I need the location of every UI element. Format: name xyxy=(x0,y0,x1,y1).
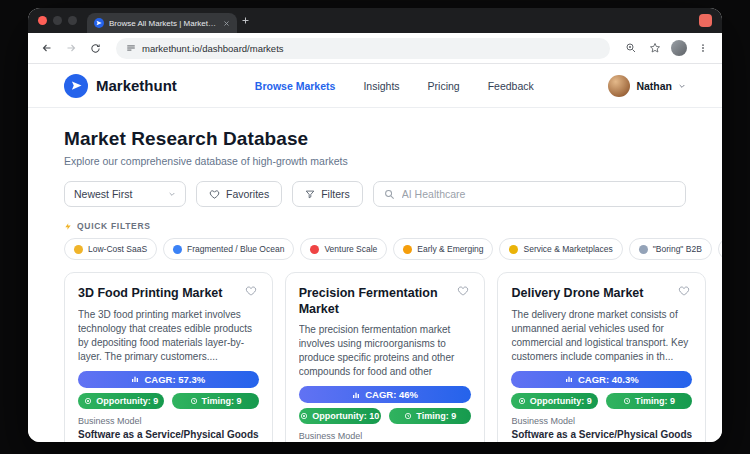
quick-filter-chips: Low-Cost SaaS Fragmented / Blue Ocean Ve… xyxy=(64,238,722,260)
forward-button[interactable] xyxy=(60,37,82,59)
quick-filter-low-cost-saas[interactable]: Low-Cost SaaS xyxy=(64,238,157,260)
quick-filters-heading: QUICK FILTERS xyxy=(64,221,686,231)
browser-window: Browse All Markets | Marketh... markethu… xyxy=(28,8,722,442)
market-card-precision-fermentation[interactable]: Precision Fermentation Market The precis… xyxy=(285,272,486,442)
site-settings-icon[interactable] xyxy=(126,43,136,53)
bookmark-star-icon[interactable] xyxy=(644,37,666,59)
nav-feedback[interactable]: Feedback xyxy=(488,80,534,92)
chevron-down-icon xyxy=(678,82,686,90)
browser-menu-icon[interactable] xyxy=(692,37,714,59)
market-card-description: The precision fermentation market involv… xyxy=(299,323,472,379)
nav-insights[interactable]: Insights xyxy=(363,80,399,92)
search-icon xyxy=(384,189,395,200)
address-bar[interactable]: markethunt.io/dashboard/markets xyxy=(116,38,610,59)
cagr-badge: CAGR: 46% xyxy=(299,386,472,403)
browser-extension-icon[interactable] xyxy=(699,14,712,27)
market-card-title: 3D Food Printing Market xyxy=(78,283,222,302)
page-title: Market Research Database xyxy=(64,128,686,150)
handshake-icon xyxy=(509,245,518,254)
chip-label: Early & Emerging xyxy=(417,244,483,254)
cagr-value: CAGR: 46% xyxy=(365,389,418,400)
sort-select[interactable]: Newest First xyxy=(64,181,186,207)
business-model-label: Business Model xyxy=(299,431,472,441)
rocket-icon xyxy=(310,245,319,254)
quick-filter-venture-scale[interactable]: Venture Scale xyxy=(300,238,387,260)
window-close-button[interactable] xyxy=(38,16,47,25)
timing-badge: Timing: 9 xyxy=(172,393,258,409)
business-model-label: Business Model xyxy=(511,416,692,426)
clock-icon xyxy=(623,397,631,405)
nav-pricing[interactable]: Pricing xyxy=(428,80,460,92)
chip-label: Service & Marketplaces xyxy=(523,244,612,254)
money-icon xyxy=(74,245,83,254)
favorite-heart-button[interactable] xyxy=(676,283,692,299)
cagr-value: CAGR: 40.3% xyxy=(578,374,639,385)
browser-tab[interactable]: Browse All Markets | Marketh... xyxy=(87,13,237,33)
timing-value: Timing: 9 xyxy=(416,411,456,421)
favorite-heart-button[interactable] xyxy=(455,283,471,299)
heart-icon xyxy=(209,189,220,200)
user-menu[interactable]: Nathan xyxy=(608,75,686,97)
sleep-icon xyxy=(639,245,648,254)
market-card-delivery-drone[interactable]: Delivery Drone Market The delivery drone… xyxy=(497,272,706,442)
market-card-title: Precision Fermentation Market xyxy=(299,283,456,317)
business-model-label: Business Model xyxy=(78,416,259,426)
filter-funnel-icon xyxy=(305,189,315,199)
opportunity-value: Opportunity: 9 xyxy=(530,396,592,406)
markethunt-logo-icon xyxy=(64,74,88,98)
clock-icon xyxy=(190,397,198,405)
brand[interactable]: Markethunt xyxy=(64,74,177,98)
search-input[interactable] xyxy=(402,188,675,200)
tab-close-icon[interactable] xyxy=(223,20,230,27)
browser-toolbar: markethunt.io/dashboard/markets xyxy=(28,33,722,64)
favorites-label: Favorites xyxy=(226,188,269,200)
window-controls xyxy=(38,8,77,33)
filters-label: Filters xyxy=(321,188,350,200)
site-favicon-icon xyxy=(94,18,104,28)
back-button[interactable] xyxy=(36,37,58,59)
tab-title: Browse All Markets | Marketh... xyxy=(109,19,218,28)
url-text: markethunt.io/dashboard/markets xyxy=(142,43,284,54)
opportunity-badge: Opportunity: 9 xyxy=(78,393,164,409)
cagr-badge: CAGR: 40.3% xyxy=(511,371,692,388)
market-card-description: The 3D food printing market involves tec… xyxy=(78,308,259,364)
browser-tab-strip: Browse All Markets | Marketh... xyxy=(28,8,722,33)
favorite-heart-button[interactable] xyxy=(243,283,259,299)
quick-filter-enterprise-hunters[interactable]: Enterprise Hunters xyxy=(718,238,722,260)
timing-badge: Timing: 9 xyxy=(389,408,471,424)
nav-browse-markets[interactable]: Browse Markets xyxy=(255,80,336,92)
target-icon xyxy=(518,397,526,405)
filters-button[interactable]: Filters xyxy=(292,181,363,207)
market-card-title: Delivery Drone Market xyxy=(511,283,643,302)
search-box[interactable] xyxy=(373,181,686,207)
market-card-3d-food-printing[interactable]: 3D Food Printing Market The 3D food prin… xyxy=(64,272,273,442)
reload-button[interactable] xyxy=(84,37,106,59)
browser-profile-avatar[interactable] xyxy=(671,40,687,56)
chip-label: "Boring" B2B xyxy=(653,244,702,254)
new-tab-button[interactable] xyxy=(237,8,253,33)
business-model-value: Software as a Service/Physical Goods xyxy=(78,429,259,440)
favorites-button[interactable]: Favorites xyxy=(196,181,282,207)
clock-icon xyxy=(404,412,412,420)
page-body: Markethunt Browse Markets Insights Prici… xyxy=(28,64,722,442)
opportunity-badge: Opportunity: 9 xyxy=(511,393,597,409)
quick-filter-early-emerging[interactable]: Early & Emerging xyxy=(393,238,493,260)
opportunity-value: Opportunity: 9 xyxy=(96,396,158,406)
zoom-icon[interactable] xyxy=(620,37,642,59)
quick-filter-boring-b2b[interactable]: "Boring" B2B xyxy=(629,238,712,260)
timing-value: Timing: 9 xyxy=(202,396,242,406)
timing-value: Timing: 9 xyxy=(635,396,675,406)
heart-icon xyxy=(245,285,257,297)
target-icon xyxy=(300,412,308,420)
quick-filter-fragmented-blue-ocean[interactable]: Fragmented / Blue Ocean xyxy=(163,238,294,260)
user-avatar xyxy=(608,75,630,97)
site-header: Markethunt Browse Markets Insights Prici… xyxy=(28,64,722,108)
bar-chart-icon xyxy=(131,375,139,383)
opportunity-badge: Opportunity: 10 xyxy=(299,408,381,424)
seedling-icon xyxy=(403,245,412,254)
lightning-icon xyxy=(64,222,72,231)
quick-filter-service-marketplaces[interactable]: Service & Marketplaces xyxy=(499,238,622,260)
window-minimize-button[interactable] xyxy=(53,16,62,25)
heart-icon xyxy=(678,285,690,297)
window-zoom-button[interactable] xyxy=(68,16,77,25)
